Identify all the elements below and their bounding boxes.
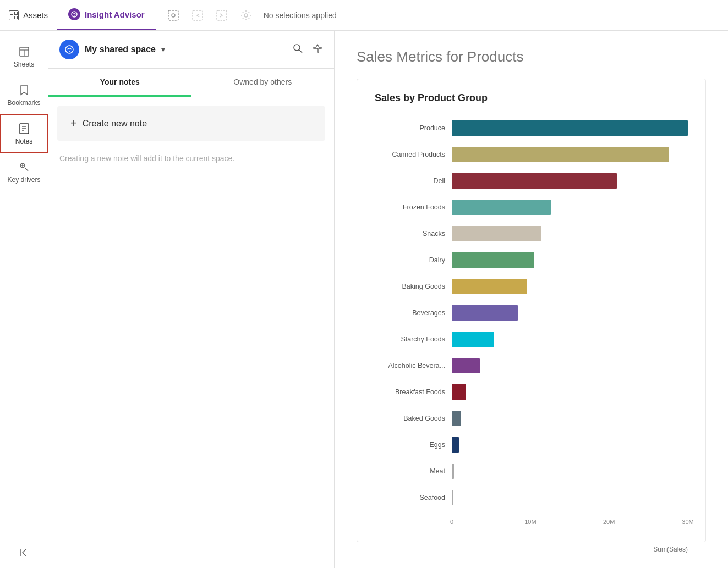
svg-point-5 (74, 15, 75, 16)
toolbar-actions: No selections applied (156, 7, 346, 24)
bar-row: Deli (375, 168, 688, 194)
chart-subtitle: Sales by Product Group (375, 92, 688, 104)
pin-button[interactable] (312, 43, 323, 57)
bar-fill (452, 358, 480, 373)
bar-label: Snacks (375, 230, 452, 238)
svg-rect-1 (15, 12, 18, 14)
bar-track (452, 305, 688, 321)
svg-point-25 (294, 45, 300, 51)
search-selection-button[interactable] (165, 7, 182, 24)
no-selections-text: No selections applied (264, 11, 337, 20)
bar-label: Starchy Foods (375, 335, 452, 343)
svg-point-4 (72, 12, 77, 17)
bar-track (452, 490, 688, 505)
bar-label: Eggs (375, 441, 452, 449)
bar-track (452, 200, 688, 215)
plus-icon: + (70, 117, 77, 130)
bar-row: Frozen Foods (375, 194, 688, 220)
bar-row: Canned Products (375, 141, 688, 168)
svg-line-26 (299, 50, 302, 53)
notes-panel: My shared space ▾ Your not (48, 31, 335, 568)
create-note-label: Create new note (83, 119, 147, 129)
svg-point-24 (69, 51, 70, 52)
bar-label: Deli (375, 177, 452, 185)
insight-advisor-tab[interactable]: Insight Advisor (57, 0, 156, 30)
bar-label: Produce (375, 124, 452, 132)
bar-row: Beverages (375, 300, 688, 326)
bar-track (452, 464, 688, 479)
bar-fill (452, 332, 494, 347)
notes-hint-text: Creating a new note will add it to the c… (57, 150, 325, 167)
bar-row: Dairy (375, 247, 688, 273)
insight-icon (68, 8, 80, 20)
sidebar-item-key-drivers[interactable]: Key drivers (0, 153, 48, 191)
bar-fill (452, 226, 541, 241)
assets-icon (9, 10, 19, 20)
bar-fill (452, 384, 466, 400)
bar-track (452, 120, 688, 136)
assets-label: Assets (23, 10, 48, 20)
bar-track (452, 279, 688, 294)
bar-row: Baked Goods (375, 405, 688, 432)
sheets-label: Sheets (14, 60, 34, 68)
notes-content: + Create new note Creating a new note wi… (48, 97, 334, 176)
bar-label: Baking Goods (375, 283, 452, 290)
bar-track (452, 411, 688, 426)
create-note-button[interactable]: + Create new note (57, 106, 325, 141)
tab-your-notes[interactable]: Your notes (48, 69, 191, 97)
bar-row: Alcoholic Bevera... (375, 352, 688, 379)
bar-chart: ProduceCanned ProductsDeliFrozen FoodsSn… (375, 115, 688, 514)
sidebar-item-bookmarks[interactable]: Bookmarks (0, 76, 48, 114)
bar-track (452, 173, 688, 189)
bar-label: Meat (375, 467, 452, 475)
sidebar-item-sheets[interactable]: Sheets (0, 37, 48, 76)
chart-container: Sales by Product Group ProduceCanned Pro… (357, 79, 706, 542)
back-button[interactable] (189, 7, 206, 24)
key-drivers-label: Key drivers (7, 176, 40, 184)
svg-line-19 (25, 168, 28, 171)
bar-fill (452, 173, 617, 189)
bar-track (452, 252, 688, 268)
svg-rect-2 (10, 16, 13, 19)
forward-button[interactable] (213, 7, 231, 24)
bar-fill (452, 200, 551, 215)
svg-point-23 (65, 46, 73, 53)
settings-button[interactable] (237, 7, 255, 24)
notes-tabs: Your notes Owned by others (48, 69, 334, 97)
bar-fill (452, 279, 527, 294)
bar-fill (452, 437, 459, 453)
notes-icon (18, 122, 31, 135)
bar-label: Baked Goods (375, 415, 452, 422)
chevron-down-icon[interactable]: ▾ (161, 45, 165, 54)
chart-area-title: Sales Metrics for Products (357, 48, 706, 65)
notes-label: Notes (15, 137, 32, 145)
bar-track (452, 384, 688, 400)
svg-rect-6 (168, 10, 178, 20)
space-icon (59, 40, 79, 59)
space-selector[interactable]: My shared space ▾ (59, 40, 165, 59)
sidebar-item-notes[interactable]: Notes (0, 114, 48, 153)
insight-advisor-label: Insight Advisor (85, 10, 145, 19)
bar-label: Alcoholic Bevera... (375, 362, 452, 370)
notes-header-actions (292, 43, 323, 57)
svg-point-10 (244, 14, 248, 17)
bar-fill (452, 411, 461, 426)
bar-row: Produce (375, 115, 688, 141)
key-drivers-icon (18, 161, 31, 174)
bar-fill (452, 464, 454, 479)
bar-row: Snacks (375, 220, 688, 247)
bar-row: Baking Goods (375, 273, 688, 300)
x-axis-title: Sum(Sales) (375, 545, 688, 553)
search-notes-button[interactable] (292, 43, 303, 57)
bar-row: Eggs (375, 432, 688, 458)
bar-track (452, 226, 688, 241)
bar-label: Frozen Foods (375, 203, 452, 211)
chart-area: Sales Metrics for Products Sales by Prod… (335, 31, 728, 568)
bar-label: Canned Products (375, 151, 452, 158)
assets-button[interactable]: Assets (0, 0, 57, 30)
bar-fill (452, 305, 518, 321)
tab-owned-by-others[interactable]: Owned by others (191, 69, 335, 97)
collapse-sidebar-button[interactable] (14, 540, 35, 568)
bar-track (452, 332, 688, 347)
space-name: My shared space (85, 45, 156, 54)
